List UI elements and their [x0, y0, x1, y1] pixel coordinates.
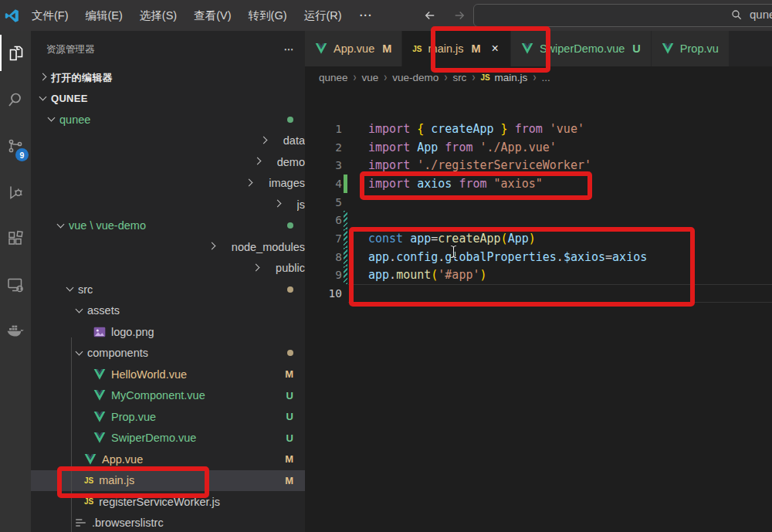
tree-item-vue-vue-demo[interactable]: vue \ vue-demo: [31, 215, 305, 237]
code-text: import './registerServiceWorker': [368, 158, 591, 172]
tree-item-label: HelloWorld.vue: [111, 368, 187, 381]
tree-item-main.js[interactable]: JSmain.jsM: [31, 470, 305, 492]
breadcrumb-file[interactable]: JSmain.js: [480, 72, 527, 83]
gutter-change-indicator: [342, 211, 368, 229]
extensions-icon[interactable]: [0, 220, 31, 256]
tree-item-registerserviceworker.js[interactable]: JSregisterServiceWorker.js: [31, 491, 305, 513]
workspace-root-section[interactable]: QUNEE: [31, 88, 305, 109]
tree-item-public[interactable]: public: [31, 258, 305, 280]
tree-item-app.vue[interactable]: App.vueM: [31, 449, 305, 470]
breadcrumb: qunee›vue›vue-demo›src›JSmain.js›...: [305, 66, 772, 88]
git-gutter-stripe: [344, 229, 347, 248]
tree-item-helloworld.vue[interactable]: HelloWorld.vueM: [31, 364, 305, 385]
titlebar: 文件(F)编辑(E)选择(S)查看(V)转到(G)运行(R) ··· qune: [0, 0, 772, 31]
tree-item-node-modules[interactable]: node_modules: [31, 236, 305, 258]
nav-forward-icon[interactable]: [449, 5, 469, 25]
breadcrumb-tail[interactable]: ...: [541, 72, 550, 83]
tree-item-data[interactable]: data: [31, 130, 305, 152]
line-number: 2: [305, 141, 342, 154]
tree-item-assets[interactable]: assets: [31, 300, 305, 322]
menu-item-run[interactable]: 运行(R): [295, 5, 350, 27]
menu-bar: 文件(F)编辑(E)选择(S)查看(V)转到(G)运行(R): [23, 5, 350, 27]
tree-item-label: demo: [277, 156, 305, 168]
tab-git-badge: M: [471, 42, 480, 55]
line-number: 6: [305, 214, 342, 226]
gutter-change-indicator: [342, 284, 368, 303]
tab-main-js[interactable]: JSmain.jsM×: [402, 31, 511, 66]
source-control-icon[interactable]: 9: [0, 127, 31, 164]
breadcrumb-item-qunee[interactable]: qunee: [319, 72, 348, 83]
tree-item-swiperdemo.vue[interactable]: SwiperDemo.vueU: [31, 428, 305, 449]
tab-label: App.vue: [334, 42, 374, 55]
code-line-7: 7const app=createApp(App): [305, 229, 772, 248]
explorer-icon[interactable]: [0, 35, 31, 71]
tree-item-images[interactable]: images: [31, 173, 305, 195]
command-center-searchbox[interactable]: qune: [473, 4, 772, 27]
git-change-dot: [287, 350, 293, 356]
menu-item-selection[interactable]: 选择(S): [131, 5, 185, 27]
vue-file-icon: [93, 412, 106, 422]
gutter-change-indicator: [342, 193, 368, 212]
remote-explorer-icon[interactable]: [0, 266, 31, 303]
tree-item-demo[interactable]: demo: [31, 151, 305, 173]
tree-item-label: js: [297, 198, 305, 211]
breadcrumb-item-vue[interactable]: vue: [362, 72, 379, 83]
menu-item-edit[interactable]: 编辑(E): [77, 5, 131, 27]
code-text: import App from './App.vue': [368, 141, 557, 154]
source-control-badge: 9: [15, 148, 29, 161]
menu-more-button[interactable]: ···: [350, 5, 382, 25]
image-file-icon: [93, 327, 106, 337]
menu-item-goto[interactable]: 转到(G): [240, 5, 296, 27]
tree-item-logo.png[interactable]: logo.png: [31, 321, 305, 343]
breadcrumb-item-src[interactable]: src: [452, 72, 466, 83]
tab-swiperdemo-vue[interactable]: SwiperDemo.vueU: [511, 31, 652, 66]
run-debug-icon[interactable]: [0, 174, 31, 210]
chevron-down-icon: [66, 284, 74, 292]
git-change-dot: [287, 222, 293, 229]
tab-close-icon[interactable]: ×: [490, 42, 500, 56]
breadcrumb-item-vue-demo[interactable]: vue-demo: [392, 72, 438, 83]
menu-item-view[interactable]: 查看(V): [185, 5, 239, 27]
open-editors-section[interactable]: 打开的编辑器: [31, 67, 305, 88]
nav-back-icon[interactable]: [420, 5, 440, 25]
tree-indent-guide: [71, 337, 72, 532]
vue-file-icon: [93, 432, 106, 443]
git-status-indicator: U: [286, 411, 293, 422]
search-icon: [730, 8, 743, 21]
tree-item-label: main.js: [99, 474, 134, 486]
code-line-5: 5: [305, 193, 772, 212]
js-file-icon: JS: [412, 45, 422, 53]
code-text: import axios from "axios": [368, 177, 543, 191]
tree-item-mycomponent.vue[interactable]: MyComponent.vueU: [31, 385, 305, 407]
tree-item-prop.vue[interactable]: Prop.vueU: [31, 406, 305, 428]
tab-prop-vu[interactable]: Prop.vu: [652, 31, 730, 66]
line-number: 4: [305, 178, 342, 190]
chevron-down-icon: [76, 305, 83, 313]
git-status-indicator: U: [286, 432, 293, 444]
search-icon[interactable]: [0, 81, 31, 117]
chevron-down-icon: [76, 347, 83, 355]
tree-item-qunee[interactable]: qunee: [31, 109, 305, 130]
tree-item-label: Prop.vue: [111, 411, 156, 423]
tree-item-src[interactable]: src: [31, 279, 305, 300]
tab-label: SwiperDemo.vue: [540, 42, 625, 55]
chevron-right-icon: [252, 263, 260, 271]
chevron-right-icon: [273, 200, 281, 208]
tree-item-js[interactable]: js: [31, 194, 305, 215]
explorer-more-actions-icon[interactable]: ⋯: [284, 43, 295, 67]
tab-app-vue[interactable]: App.vueM: [305, 31, 402, 66]
docker-icon[interactable]: [0, 313, 31, 349]
search-query-text: qune: [750, 8, 772, 21]
breadcrumb-separator-icon: ›: [384, 70, 387, 84]
breadcrumb-separator-icon: ›: [533, 70, 536, 84]
open-editors-label: 打开的编辑器: [51, 71, 113, 85]
tree-item-components[interactable]: components: [31, 343, 305, 364]
menu-item-file[interactable]: 文件(F): [23, 5, 77, 27]
tree-item-.browserslistrc[interactable]: .browserslistrc: [31, 513, 305, 532]
chevron-right-icon: [259, 136, 267, 144]
tree-item-label: App.vue: [102, 453, 143, 466]
code-editor[interactable]: 1import { createApp } from 'vue'2import …: [305, 88, 772, 303]
code-text: const app=createApp(App): [368, 232, 536, 246]
chevron-down-icon: [57, 220, 65, 228]
explorer-sidebar: 资源管理器 ⋯ 打开的编辑器 QUNEE quneedatademoimages…: [31, 31, 305, 532]
